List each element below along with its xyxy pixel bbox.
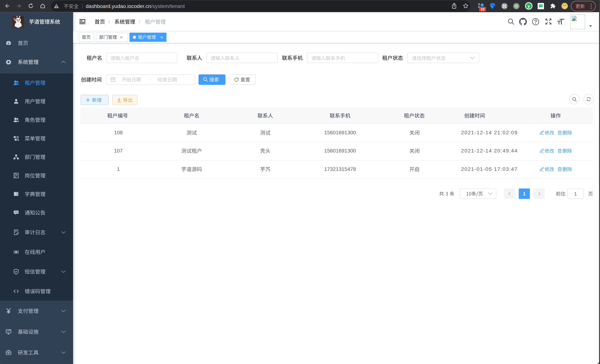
svg-text:y: y [528, 4, 530, 9]
